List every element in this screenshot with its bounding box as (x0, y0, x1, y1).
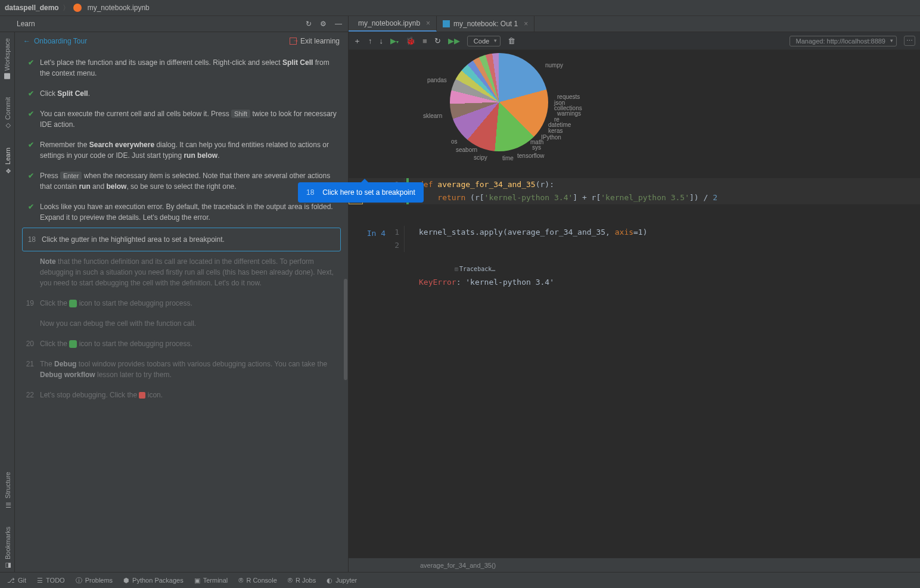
kernel-select[interactable]: Managed: http://localhost:8889 (790, 36, 897, 46)
status-todo[interactable]: ☰TODO (37, 577, 65, 584)
structure-icon: ☰ (4, 501, 11, 509)
run-cell-icon[interactable]: ▶▾ (390, 36, 399, 45)
exit-icon (290, 38, 297, 45)
tool-commit[interactable]: ◇Commit (4, 95, 11, 132)
arrow-left-icon: ← (23, 37, 30, 45)
status-jupyter[interactable]: ◐Jupyter (327, 577, 357, 584)
code-content[interactable]: kernel_stats.apply(average_for_34_and_35… (413, 226, 920, 252)
tool-workspace[interactable]: Workspace (4, 36, 11, 82)
step-done: ✔Remember the Search everywhere dialog. … (22, 135, 341, 166)
step-note: Note that the function definition and it… (22, 251, 341, 293)
todo-icon: ☰ (37, 577, 43, 584)
minimize-icon[interactable]: — (335, 20, 342, 28)
delete-cell-icon[interactable]: 🗑 (508, 36, 515, 45)
run-all-icon[interactable]: ▶▶ (448, 36, 460, 45)
move-down-icon[interactable]: ↓ (380, 36, 384, 45)
bug-icon (69, 340, 77, 348)
status-python-packages[interactable]: ⬢Python Packages (123, 577, 184, 584)
left-tool-strip: Workspace ◇Commit ❖Learn ☰Structure ◧Boo… (0, 32, 15, 572)
step-done: ✔Press Enter when the necessary item is … (22, 166, 341, 197)
crumb-root[interactable]: dataspell_demo (5, 4, 59, 12)
gear-icon[interactable]: ⚙ (320, 20, 327, 28)
pie-label: os (451, 138, 458, 145)
code-cell-in3[interactable]: In 3 12 ⊟⊟ def average_for_34_and_35(r):… (349, 178, 920, 204)
pie-label: re (554, 116, 560, 123)
output-traceback: ⊞ Traceback… (349, 263, 920, 276)
line-numbers: 12 (390, 226, 405, 252)
cell-prompt: In 4 (349, 226, 390, 252)
stop-icon[interactable]: ■ (422, 36, 427, 45)
tool-learn[interactable]: ❖Learn (4, 145, 11, 177)
commit-icon: ◇ (4, 122, 11, 130)
bookmark-icon: ◧ (4, 562, 11, 570)
r-jobs-icon: ® (288, 577, 293, 584)
crumb-file[interactable]: my_notebook.ipynb (88, 4, 150, 12)
check-icon: ✔ (26, 139, 34, 161)
fold-gutter[interactable] (405, 226, 413, 252)
tab-notebook[interactable]: my_notebook.ipynb × (349, 16, 437, 32)
package-icon: ⬢ (123, 577, 129, 584)
pie-label: time (502, 155, 514, 161)
status-r-console[interactable]: ®R Console (238, 577, 276, 584)
step-future: 19Click the icon to start the debugging … (22, 293, 341, 313)
pie-label: pandas (427, 77, 447, 83)
notebook-toolbar: ＋ ↑ ↓ ▶▾ 🐞 ■ ↻ ▶▶ Code 🗑 Managed: http:/… (349, 32, 920, 50)
table-icon (443, 20, 450, 27)
tool-structure[interactable]: ☰Structure (4, 469, 11, 511)
move-up-icon[interactable]: ↑ (368, 36, 372, 45)
pie-label: numpy (545, 62, 563, 69)
tool-bookmarks[interactable]: ◧Bookmarks (4, 524, 11, 572)
kbd-enter: Enter (60, 172, 82, 180)
restart-kernel-icon[interactable]: ↻ (434, 36, 441, 45)
expand-output-icon[interactable]: ⊞ Traceback… (390, 263, 495, 276)
debug-cell-icon[interactable]: 🐞 (406, 36, 415, 45)
pie-label: IPython (541, 134, 561, 141)
pie-label: scipy (474, 154, 487, 161)
step-done: ✔Let's place the function and its usage … (22, 52, 341, 83)
code-cell-in4[interactable]: In 4 12 kernel_stats.apply(average_for_3… (349, 226, 920, 252)
exit-learning[interactable]: Exit learning (290, 37, 340, 45)
step-future: 22Let's stop debugging. Click the icon. (22, 385, 341, 405)
more-icon[interactable]: ⋯ (904, 36, 915, 46)
step-done: ✔Looks like you have an execution error.… (22, 197, 341, 228)
hint-text: Click here to set a breakpoint (322, 188, 415, 197)
check-icon: ✔ (26, 201, 34, 223)
cell-type-select[interactable]: Code (467, 36, 501, 46)
code-content[interactable]: def average_for_34_and_35(r): return (r[… (413, 178, 920, 204)
hint-number: 18 (306, 188, 314, 197)
suspended-frame-bar: average_for_34_and_35() (349, 558, 920, 572)
breadcrumb-bar: dataspell_demo 〉 my_notebook.ipynb (0, 0, 920, 16)
learn-panel: ← Onboarding Tour Exit learning ✔Let's p… (15, 32, 349, 572)
refresh-icon[interactable]: ↻ (306, 20, 312, 28)
code-cells: In 3 12 ⊟⊟ def average_for_34_and_35(r):… (349, 178, 920, 289)
editor-tabs: my_notebook.ipynb × my_notebook: Out 1 × (349, 16, 920, 32)
pie-label: datetime (548, 122, 571, 128)
output-chart: numpy pandas sklearn os seaborn scipy ti… (349, 50, 920, 178)
branch-icon: ⎇ (7, 577, 15, 584)
close-icon[interactable]: × (426, 19, 430, 27)
check-icon: ✔ (26, 170, 34, 192)
step-done: ✔Click Split Cell. (22, 83, 341, 104)
status-terminal[interactable]: ▣Terminal (194, 577, 228, 584)
step-future: 21The Debug tool window provides toobars… (22, 354, 341, 385)
status-git[interactable]: ⎇Git (7, 577, 26, 584)
status-problems[interactable]: ⓘProblems (76, 576, 113, 585)
step-future: 20Click the icon to start the debugging … (22, 334, 341, 354)
crumb-sep: 〉 (63, 3, 70, 13)
tab-label: my_notebook: Out 1 (453, 20, 518, 28)
learn-panel-header: Learn ↻ ⚙ — (0, 16, 349, 32)
back-link[interactable]: ← Onboarding Tour (23, 37, 87, 45)
learn-icon: ❖ (4, 167, 11, 175)
learn-steps: ✔Let's place the function and its usage … (15, 46, 348, 572)
hint-tooltip: 18 Click here to set a breakpoint (298, 182, 424, 203)
notebook-icon (73, 4, 84, 13)
status-r-jobs[interactable]: ®R Jobs (288, 577, 316, 584)
pie-chart (450, 53, 548, 151)
scrollbar-thumb[interactable] (344, 279, 347, 380)
output-error: KeyError: 'kernel-python 3.4' (349, 276, 920, 289)
r-icon: ® (238, 577, 243, 584)
tab-output[interactable]: my_notebook: Out 1 × (437, 16, 534, 32)
add-cell-icon[interactable]: ＋ (353, 36, 361, 46)
header-row: Learn ↻ ⚙ — my_notebook.ipynb × my_noteb… (0, 16, 920, 32)
close-icon[interactable]: × (524, 20, 528, 28)
